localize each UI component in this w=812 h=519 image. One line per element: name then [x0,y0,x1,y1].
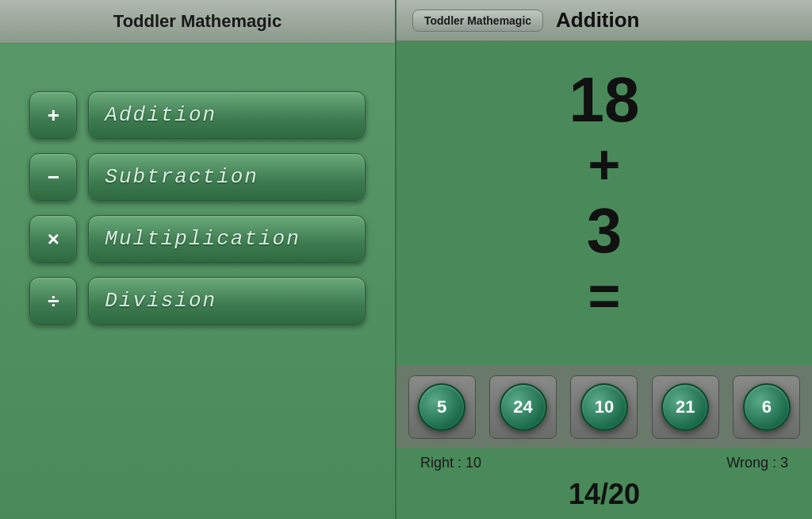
multiplication-label-button[interactable]: Multiplication [88,215,365,263]
subtraction-label-button[interactable]: Subtraction [88,153,365,201]
answer-circle-2: 10 [580,383,628,431]
answer-circle-3: 21 [661,383,709,431]
division-label: Division [105,289,216,313]
wrong-count: Wrong : 3 [726,455,788,471]
right-count: Right : 10 [420,455,481,471]
addition-label-button[interactable]: Addition [88,91,365,139]
math-area: 18 + 3 = [396,41,812,366]
addition-label: Addition [105,103,216,127]
left-panel: Toddler Mathemagic + Addition − Subtract… [0,0,396,519]
subtraction-label: Subtraction [105,165,259,189]
division-label-button[interactable]: Division [88,277,365,325]
menu-container: + Addition − Subtraction × Multiplicatio… [29,91,365,325]
addition-op-button[interactable]: + [29,91,77,139]
division-symbol: ÷ [48,289,59,313]
math-equals: = [588,266,621,327]
multiplication-op-button[interactable]: × [29,215,77,263]
subtraction-row: − Subtraction [29,153,365,201]
right-header: Toddler Mathemagic Addition [396,0,812,41]
right-panel: Toddler Mathemagic Addition 18 + 3 = 5 2… [396,0,812,519]
multiplication-symbol: × [48,227,59,252]
right-title: Addition [556,8,639,33]
answer-tile-2[interactable]: 10 [570,375,638,439]
math-number1: 18 [569,65,640,135]
score-row: Right : 10 Wrong : 3 [396,448,812,478]
answer-circle-1: 24 [500,383,547,431]
answer-tile-0[interactable]: 5 [408,375,476,439]
answers-strip: 5 24 10 21 6 [396,366,812,448]
answer-tile-1[interactable]: 24 [489,375,557,439]
answer-tile-3[interactable]: 21 [652,375,719,439]
answer-circle-0: 5 [418,383,465,431]
subtraction-op-button[interactable]: − [29,153,77,201]
multiplication-row: × Multiplication [29,215,365,263]
left-header: Toddler Mathemagic [0,0,395,44]
division-op-button[interactable]: ÷ [29,277,77,325]
back-button[interactable]: Toddler Mathemagic [412,10,543,32]
addition-row: + Addition [29,91,365,139]
math-operator: + [588,135,621,196]
multiplication-label: Multiplication [105,227,300,251]
answer-circle-4: 6 [743,383,791,431]
final-score: 14/20 [396,478,812,519]
addition-symbol: + [48,103,59,128]
subtraction-symbol: − [48,165,59,190]
left-title: Toddler Mathemagic [113,11,282,31]
division-row: ÷ Division [29,277,365,325]
answer-tile-4[interactable]: 6 [733,375,800,439]
math-number2: 3 [587,196,622,266]
